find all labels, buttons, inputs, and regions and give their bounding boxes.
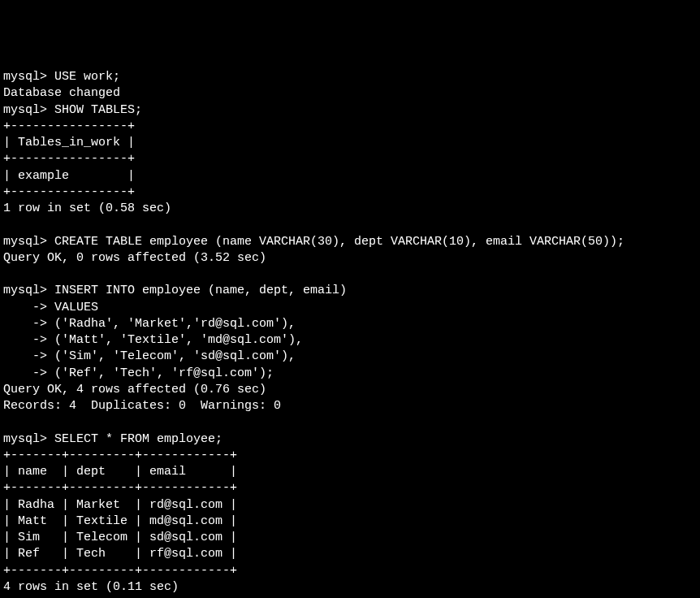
terminal-line: | Radha | Market | rd@sql.com |	[3, 498, 237, 512]
terminal-line: Query OK, 4 rows affected (0.76 sec)	[3, 383, 266, 396]
terminal-line: mysql> INSERT INTO employee (name, dept,…	[3, 284, 347, 297]
terminal-line: mysql> SHOW TABLES;	[3, 103, 142, 117]
terminal-line: 4 rows in set (0.11 sec)	[3, 580, 179, 594]
terminal-line: +----------------+	[3, 152, 135, 166]
terminal-line: Records: 4 Duplicates: 0 Warnings: 0	[3, 399, 281, 413]
terminal-line: | name | dept | email |	[3, 465, 237, 479]
terminal-line: +-------+---------+------------+	[3, 448, 237, 462]
terminal-line: | example |	[3, 169, 135, 183]
terminal-line: +----------------+	[3, 119, 135, 133]
terminal-line: | Matt | Textile | md@sql.com |	[3, 514, 237, 528]
terminal-line: mysql> CREATE TABLE employee (name VARCH…	[3, 235, 624, 249]
terminal-line: -> VALUES	[3, 301, 98, 314]
terminal-line: -> ('Matt', 'Textile', 'md@sql.com'),	[3, 333, 303, 347]
terminal-line: +-------+---------+------------+	[3, 564, 237, 578]
terminal-line: +----------------+	[3, 185, 135, 199]
terminal-line: -> ('Radha', 'Market','rd@sql.com'),	[3, 317, 296, 331]
terminal-line: | Sim | Telecom | sd@sql.com |	[3, 531, 237, 544]
terminal-line: mysql> SELECT * FROM employee;	[3, 432, 223, 446]
terminal-line: -> ('Ref', 'Tech', 'rf@sql.com');	[3, 366, 274, 380]
terminal-line: Query OK, 0 rows affected (3.52 sec)	[3, 251, 266, 265]
mysql-terminal[interactable]: mysql> USE work; Database changed mysql>…	[3, 69, 697, 598]
terminal-line: | Tables_in_work |	[3, 136, 135, 150]
terminal-line: +-------+---------+------------+	[3, 481, 237, 495]
terminal-line: mysql> USE work;	[3, 70, 120, 84]
terminal-line: -> ('Sim', 'Telecom', 'sd@sql.com'),	[3, 349, 296, 363]
terminal-line: | Ref | Tech | rf@sql.com |	[3, 547, 237, 561]
terminal-line: 1 row in set (0.58 sec)	[3, 202, 171, 215]
terminal-line: Database changed	[3, 86, 120, 100]
